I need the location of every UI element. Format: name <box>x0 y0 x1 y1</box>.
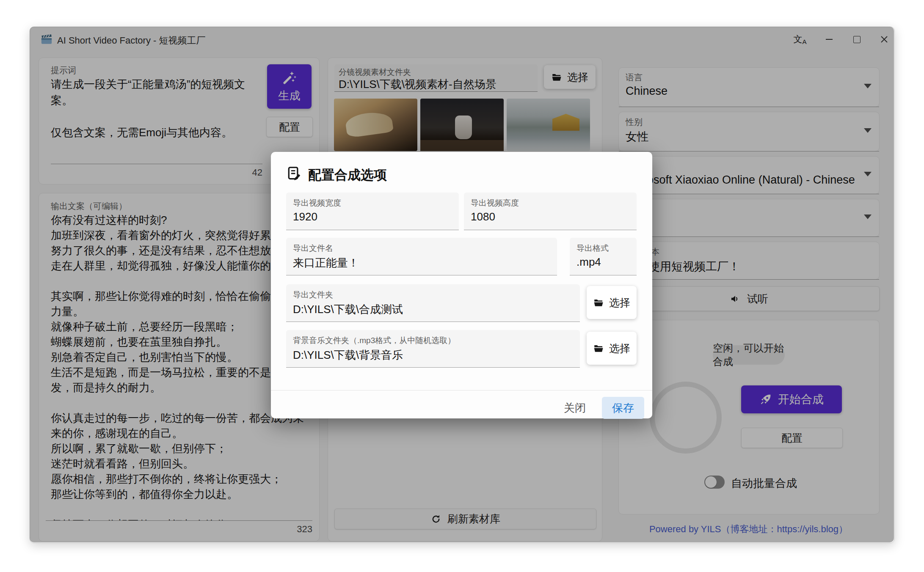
folder-icon <box>593 297 604 308</box>
export-height-field[interactable]: 导出视频高度 1080 <box>464 192 637 230</box>
bgm-folder-label: 背景音乐文件夹（.mp3格式，从中随机选取） <box>293 335 455 346</box>
export-height-value: 1080 <box>471 210 632 223</box>
export-width-value: 1920 <box>293 210 455 223</box>
export-filename-label: 导出文件名 <box>293 243 333 254</box>
dialog-title: 配置合成选项 <box>308 166 387 184</box>
config-dialog: 配置合成选项 导出视频宽度 1920 导出视频高度 1080 导出文件名 来口正… <box>271 152 652 418</box>
export-folder-select-button[interactable]: 选择 <box>587 286 637 319</box>
export-format-value: .mp4 <box>576 256 632 269</box>
dialog-close-label: 关闭 <box>564 401 586 415</box>
bgm-folder-value: D:\YILS\下载\背景音乐 <box>293 348 576 363</box>
export-height-label: 导出视频高度 <box>471 198 519 209</box>
export-folder-value: D:\YILS\下载\合成测试 <box>293 302 576 317</box>
document-edit-icon <box>286 165 302 182</box>
export-folder-label: 导出文件夹 <box>293 289 333 300</box>
folder-icon <box>593 343 604 354</box>
export-width-field[interactable]: 导出视频宽度 1920 <box>286 192 459 230</box>
bgm-folder-select-button[interactable]: 选择 <box>587 332 637 365</box>
dialog-save-button[interactable]: 保存 <box>602 397 644 419</box>
dialog-save-label: 保存 <box>612 401 634 415</box>
dialog-close-button[interactable]: 关闭 <box>554 397 596 418</box>
export-format-label: 导出格式 <box>576 243 609 254</box>
bgm-folder-select-label: 选择 <box>609 341 630 355</box>
export-filename-value: 来口正能量！ <box>293 256 553 270</box>
export-width-label: 导出视频宽度 <box>293 198 341 209</box>
divider <box>271 390 652 390</box>
export-filename-field[interactable]: 导出文件名 来口正能量！ <box>286 238 557 275</box>
export-format-field[interactable]: 导出格式 .mp4 <box>570 238 637 275</box>
export-folder-select-label: 选择 <box>609 296 630 310</box>
bgm-folder-field[interactable]: 背景音乐文件夹（.mp3格式，从中随机选取） D:\YILS\下载\背景音乐 <box>286 330 580 368</box>
export-folder-field[interactable]: 导出文件夹 D:\YILS\下载\合成测试 <box>286 284 580 322</box>
